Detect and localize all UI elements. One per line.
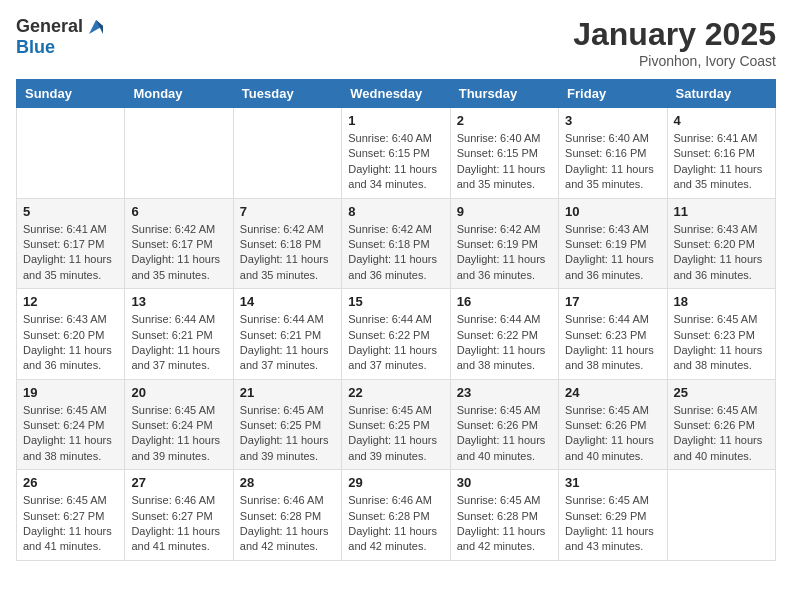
calendar-header-row: SundayMondayTuesdayWednesdayThursdayFrid… xyxy=(17,80,776,108)
calendar-cell: 14Sunrise: 6:44 AMSunset: 6:21 PMDayligh… xyxy=(233,289,341,380)
logo-icon xyxy=(85,16,107,38)
day-info: Sunrise: 6:45 AMSunset: 6:23 PMDaylight:… xyxy=(674,312,769,374)
calendar-week-5: 26Sunrise: 6:45 AMSunset: 6:27 PMDayligh… xyxy=(17,470,776,561)
calendar-cell: 29Sunrise: 6:46 AMSunset: 6:28 PMDayligh… xyxy=(342,470,450,561)
calendar-week-4: 19Sunrise: 6:45 AMSunset: 6:24 PMDayligh… xyxy=(17,379,776,470)
day-number: 25 xyxy=(674,385,769,400)
calendar-cell: 23Sunrise: 6:45 AMSunset: 6:26 PMDayligh… xyxy=(450,379,558,470)
day-number: 30 xyxy=(457,475,552,490)
calendar-cell: 12Sunrise: 6:43 AMSunset: 6:20 PMDayligh… xyxy=(17,289,125,380)
calendar-cell: 13Sunrise: 6:44 AMSunset: 6:21 PMDayligh… xyxy=(125,289,233,380)
day-number: 24 xyxy=(565,385,660,400)
day-number: 29 xyxy=(348,475,443,490)
calendar-body: 1Sunrise: 6:40 AMSunset: 6:15 PMDaylight… xyxy=(17,108,776,561)
weekday-header-wednesday: Wednesday xyxy=(342,80,450,108)
calendar-cell: 3Sunrise: 6:40 AMSunset: 6:16 PMDaylight… xyxy=(559,108,667,199)
calendar-week-1: 1Sunrise: 6:40 AMSunset: 6:15 PMDaylight… xyxy=(17,108,776,199)
weekday-header-thursday: Thursday xyxy=(450,80,558,108)
day-info: Sunrise: 6:43 AMSunset: 6:20 PMDaylight:… xyxy=(23,312,118,374)
calendar-cell: 2Sunrise: 6:40 AMSunset: 6:15 PMDaylight… xyxy=(450,108,558,199)
logo-blue: Blue xyxy=(16,38,107,58)
day-number: 17 xyxy=(565,294,660,309)
day-info: Sunrise: 6:40 AMSunset: 6:15 PMDaylight:… xyxy=(457,131,552,193)
day-info: Sunrise: 6:42 AMSunset: 6:18 PMDaylight:… xyxy=(240,222,335,284)
day-info: Sunrise: 6:41 AMSunset: 6:17 PMDaylight:… xyxy=(23,222,118,284)
calendar-cell: 10Sunrise: 6:43 AMSunset: 6:19 PMDayligh… xyxy=(559,198,667,289)
day-number: 18 xyxy=(674,294,769,309)
day-info: Sunrise: 6:46 AMSunset: 6:28 PMDaylight:… xyxy=(348,493,443,555)
day-info: Sunrise: 6:43 AMSunset: 6:20 PMDaylight:… xyxy=(674,222,769,284)
day-number: 5 xyxy=(23,204,118,219)
calendar-cell: 16Sunrise: 6:44 AMSunset: 6:22 PMDayligh… xyxy=(450,289,558,380)
calendar-cell: 5Sunrise: 6:41 AMSunset: 6:17 PMDaylight… xyxy=(17,198,125,289)
calendar-cell: 27Sunrise: 6:46 AMSunset: 6:27 PMDayligh… xyxy=(125,470,233,561)
day-info: Sunrise: 6:43 AMSunset: 6:19 PMDaylight:… xyxy=(565,222,660,284)
day-number: 3 xyxy=(565,113,660,128)
day-info: Sunrise: 6:44 AMSunset: 6:22 PMDaylight:… xyxy=(348,312,443,374)
day-info: Sunrise: 6:45 AMSunset: 6:29 PMDaylight:… xyxy=(565,493,660,555)
calendar-cell: 20Sunrise: 6:45 AMSunset: 6:24 PMDayligh… xyxy=(125,379,233,470)
day-number: 15 xyxy=(348,294,443,309)
day-info: Sunrise: 6:45 AMSunset: 6:26 PMDaylight:… xyxy=(565,403,660,465)
weekday-header-saturday: Saturday xyxy=(667,80,775,108)
day-info: Sunrise: 6:45 AMSunset: 6:27 PMDaylight:… xyxy=(23,493,118,555)
calendar-cell: 31Sunrise: 6:45 AMSunset: 6:29 PMDayligh… xyxy=(559,470,667,561)
day-number: 4 xyxy=(674,113,769,128)
day-info: Sunrise: 6:45 AMSunset: 6:26 PMDaylight:… xyxy=(457,403,552,465)
calendar-cell: 7Sunrise: 6:42 AMSunset: 6:18 PMDaylight… xyxy=(233,198,341,289)
weekday-header-tuesday: Tuesday xyxy=(233,80,341,108)
day-number: 19 xyxy=(23,385,118,400)
calendar-cell: 24Sunrise: 6:45 AMSunset: 6:26 PMDayligh… xyxy=(559,379,667,470)
location-title: Pivonhon, Ivory Coast xyxy=(573,53,776,69)
day-info: Sunrise: 6:42 AMSunset: 6:17 PMDaylight:… xyxy=(131,222,226,284)
calendar-week-2: 5Sunrise: 6:41 AMSunset: 6:17 PMDaylight… xyxy=(17,198,776,289)
calendar-cell: 11Sunrise: 6:43 AMSunset: 6:20 PMDayligh… xyxy=(667,198,775,289)
calendar-cell: 9Sunrise: 6:42 AMSunset: 6:19 PMDaylight… xyxy=(450,198,558,289)
day-number: 11 xyxy=(674,204,769,219)
day-number: 28 xyxy=(240,475,335,490)
day-number: 6 xyxy=(131,204,226,219)
calendar-cell: 30Sunrise: 6:45 AMSunset: 6:28 PMDayligh… xyxy=(450,470,558,561)
day-number: 9 xyxy=(457,204,552,219)
day-number: 10 xyxy=(565,204,660,219)
calendar-cell: 8Sunrise: 6:42 AMSunset: 6:18 PMDaylight… xyxy=(342,198,450,289)
day-number: 8 xyxy=(348,204,443,219)
calendar-cell: 15Sunrise: 6:44 AMSunset: 6:22 PMDayligh… xyxy=(342,289,450,380)
calendar-cell: 19Sunrise: 6:45 AMSunset: 6:24 PMDayligh… xyxy=(17,379,125,470)
day-number: 27 xyxy=(131,475,226,490)
logo-general: General xyxy=(16,17,83,37)
calendar-week-3: 12Sunrise: 6:43 AMSunset: 6:20 PMDayligh… xyxy=(17,289,776,380)
calendar-cell: 1Sunrise: 6:40 AMSunset: 6:15 PMDaylight… xyxy=(342,108,450,199)
day-number: 12 xyxy=(23,294,118,309)
day-number: 31 xyxy=(565,475,660,490)
day-info: Sunrise: 6:42 AMSunset: 6:19 PMDaylight:… xyxy=(457,222,552,284)
calendar-cell: 6Sunrise: 6:42 AMSunset: 6:17 PMDaylight… xyxy=(125,198,233,289)
calendar-cell: 28Sunrise: 6:46 AMSunset: 6:28 PMDayligh… xyxy=(233,470,341,561)
day-number: 1 xyxy=(348,113,443,128)
day-info: Sunrise: 6:45 AMSunset: 6:25 PMDaylight:… xyxy=(240,403,335,465)
title-area: January 2025 Pivonhon, Ivory Coast xyxy=(573,16,776,69)
day-info: Sunrise: 6:45 AMSunset: 6:25 PMDaylight:… xyxy=(348,403,443,465)
calendar-cell: 21Sunrise: 6:45 AMSunset: 6:25 PMDayligh… xyxy=(233,379,341,470)
day-info: Sunrise: 6:40 AMSunset: 6:15 PMDaylight:… xyxy=(348,131,443,193)
day-info: Sunrise: 6:45 AMSunset: 6:28 PMDaylight:… xyxy=(457,493,552,555)
calendar-cell: 25Sunrise: 6:45 AMSunset: 6:26 PMDayligh… xyxy=(667,379,775,470)
calendar-cell xyxy=(667,470,775,561)
day-number: 7 xyxy=(240,204,335,219)
day-info: Sunrise: 6:44 AMSunset: 6:22 PMDaylight:… xyxy=(457,312,552,374)
day-info: Sunrise: 6:45 AMSunset: 6:26 PMDaylight:… xyxy=(674,403,769,465)
day-number: 14 xyxy=(240,294,335,309)
day-info: Sunrise: 6:44 AMSunset: 6:21 PMDaylight:… xyxy=(240,312,335,374)
month-title: January 2025 xyxy=(573,16,776,53)
calendar-cell: 18Sunrise: 6:45 AMSunset: 6:23 PMDayligh… xyxy=(667,289,775,380)
weekday-header-monday: Monday xyxy=(125,80,233,108)
day-number: 23 xyxy=(457,385,552,400)
page-header: General Blue January 2025 Pivonhon, Ivor… xyxy=(16,16,776,69)
day-info: Sunrise: 6:42 AMSunset: 6:18 PMDaylight:… xyxy=(348,222,443,284)
calendar-cell xyxy=(125,108,233,199)
calendar-table: SundayMondayTuesdayWednesdayThursdayFrid… xyxy=(16,79,776,561)
day-info: Sunrise: 6:41 AMSunset: 6:16 PMDaylight:… xyxy=(674,131,769,193)
day-info: Sunrise: 6:46 AMSunset: 6:27 PMDaylight:… xyxy=(131,493,226,555)
day-number: 21 xyxy=(240,385,335,400)
calendar-cell xyxy=(17,108,125,199)
